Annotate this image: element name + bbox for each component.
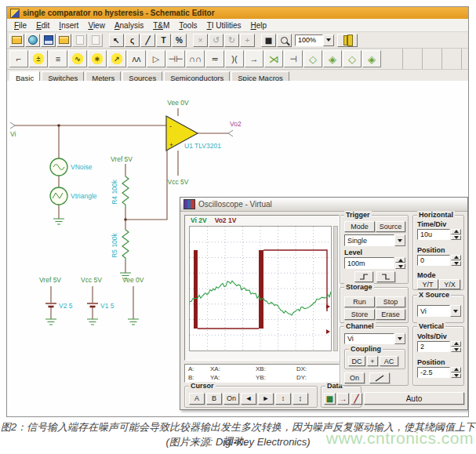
transistor-icon[interactable]: ⋊ bbox=[264, 50, 283, 67]
scope-scrollbar[interactable] bbox=[333, 226, 338, 351]
h-position-spinner[interactable]: 0 bbox=[417, 255, 461, 266]
ccvs-icon[interactable]: ◇ bbox=[343, 50, 362, 67]
current-source-icon[interactable]: ∗ bbox=[88, 50, 107, 67]
output-pin[interactable] bbox=[228, 130, 233, 136]
cursor-button-a[interactable]: A bbox=[189, 393, 205, 405]
battery-v1[interactable] bbox=[87, 303, 98, 307]
cursor-button-[interactable]: ↨ bbox=[293, 393, 308, 405]
vcvs-icon[interactable]: ◇ bbox=[303, 50, 322, 67]
yx-mode-button[interactable]: Y/X bbox=[439, 279, 460, 289]
rotate-left-icon[interactable]: ↺ bbox=[209, 34, 223, 47]
export-data-icon[interactable]: ▦ bbox=[324, 393, 336, 405]
potentiometer-icon[interactable]: ≂ bbox=[205, 50, 224, 67]
spin-down-icon[interactable] bbox=[395, 263, 405, 269]
input-pin[interactable] bbox=[10, 122, 15, 129]
slope-button[interactable] bbox=[369, 372, 390, 383]
trigger-mode-select[interactable]: Single bbox=[344, 234, 405, 246]
cursor-button-b[interactable]: B bbox=[206, 393, 222, 405]
coupling-gnd-button[interactable]: + bbox=[367, 356, 378, 366]
spin-down-icon[interactable] bbox=[451, 261, 461, 267]
grid-toggle-icon[interactable]: ▦ bbox=[261, 34, 276, 47]
oscilloscope-titlebar[interactable]: Oscilloscope - Virtual bbox=[180, 198, 467, 212]
stop-button[interactable]: Stop bbox=[376, 296, 405, 307]
zoom-level-select[interactable]: 100% bbox=[295, 35, 334, 46]
spin-down-icon[interactable] bbox=[451, 347, 461, 353]
menu-ti-utilities[interactable]: TI Utilities bbox=[202, 20, 246, 31]
voltage-source-icon[interactable]: ± bbox=[29, 50, 48, 67]
channel-select[interactable]: Vi bbox=[344, 333, 405, 344]
falling-edge-button[interactable] bbox=[376, 271, 395, 282]
trigger-mode-button[interactable]: Mode bbox=[344, 221, 375, 232]
run-button[interactable]: Run bbox=[344, 296, 375, 307]
battery-icon[interactable]: ≡ bbox=[49, 50, 67, 67]
io-connector-icon[interactable] bbox=[337, 34, 358, 47]
relay-icon[interactable]: → bbox=[245, 50, 263, 67]
diode-icon[interactable]: ▷ bbox=[147, 50, 165, 67]
v-position-spinner[interactable]: -2.5 bbox=[417, 367, 461, 378]
open-file-icon[interactable] bbox=[9, 34, 24, 47]
menu-insert[interactable]: Insert bbox=[54, 20, 83, 31]
cursor-button-[interactable]: ↕ bbox=[275, 393, 291, 405]
spin-up-icon[interactable] bbox=[395, 257, 405, 263]
select-cursor-icon[interactable]: ↖ bbox=[109, 34, 124, 47]
coupling-dc-button[interactable]: DC bbox=[348, 356, 365, 366]
coupling-ac-button[interactable]: AC bbox=[380, 356, 398, 366]
open-folder-icon[interactable] bbox=[56, 34, 71, 47]
spin-down-icon[interactable] bbox=[451, 235, 461, 241]
zoom-icon[interactable] bbox=[277, 34, 292, 47]
spin-up-icon[interactable] bbox=[451, 367, 461, 372]
delete-icon[interactable]: × bbox=[193, 34, 208, 47]
switch-icon[interactable]: ⊣ bbox=[284, 50, 303, 67]
rising-edge-button[interactable] bbox=[354, 271, 373, 282]
trigger-level-spinner[interactable]: 100m bbox=[344, 257, 405, 269]
transformer-icon[interactable]: )( bbox=[225, 50, 244, 67]
symbol-tool-icon[interactable]: % bbox=[172, 34, 187, 47]
xsource-select[interactable]: Vi bbox=[417, 305, 461, 317]
move-icon[interactable]: + bbox=[240, 34, 255, 47]
battery-v2[interactable] bbox=[45, 303, 56, 307]
vtriangle-source[interactable] bbox=[50, 187, 67, 205]
channel-on-button[interactable]: On bbox=[344, 372, 365, 383]
menu-view[interactable]: View bbox=[83, 20, 110, 31]
rotate-right-icon[interactable]: ↻ bbox=[224, 34, 239, 47]
text-tool-icon[interactable]: T bbox=[156, 34, 171, 47]
wire-tool-icon[interactable]: ς bbox=[125, 34, 140, 47]
auto-button[interactable]: Auto bbox=[364, 392, 464, 405]
yt-mode-button[interactable]: Y/T bbox=[417, 279, 438, 289]
cursor-button-[interactable]: ► bbox=[258, 393, 274, 405]
resistor-r5[interactable] bbox=[122, 230, 129, 261]
zoom-dropdown-arrow-icon[interactable] bbox=[323, 35, 334, 46]
vccs-icon[interactable]: ◈ bbox=[323, 50, 342, 67]
spin-up-icon[interactable] bbox=[451, 255, 461, 260]
erase-button[interactable]: Erase bbox=[376, 309, 405, 320]
store-button[interactable]: Store bbox=[344, 309, 375, 320]
menu-tools[interactable]: Tools bbox=[174, 20, 202, 31]
copy-icon[interactable] bbox=[72, 34, 87, 47]
spin-up-icon[interactable] bbox=[451, 229, 461, 234]
capacitor-icon[interactable]: ⊣⊢ bbox=[166, 50, 185, 67]
edit-data-icon[interactable]: ╱ bbox=[351, 393, 362, 405]
cursor-button-[interactable]: ◄ bbox=[241, 393, 256, 405]
menu-edit[interactable]: Edit bbox=[31, 20, 54, 31]
copy-data-icon[interactable]: → bbox=[337, 393, 349, 405]
menu-help[interactable]: Help bbox=[246, 20, 272, 31]
resistor-icon[interactable]: ʌʌ bbox=[127, 50, 146, 67]
timediv-spinner[interactable]: 10u bbox=[417, 229, 461, 240]
menu-file[interactable]: File bbox=[9, 20, 31, 31]
trigger-source-button[interactable]: Source bbox=[376, 221, 405, 232]
current-generator-icon[interactable]: ↗ bbox=[107, 50, 126, 67]
web-import-icon[interactable] bbox=[25, 34, 40, 47]
spin-down-icon[interactable] bbox=[451, 373, 461, 379]
voltage-generator-icon[interactable]: ∿ bbox=[68, 50, 87, 67]
dropdown-arrow-icon[interactable] bbox=[394, 333, 405, 344]
dropdown-arrow-icon[interactable] bbox=[394, 234, 405, 246]
menu-t-m[interactable]: T&M bbox=[148, 20, 174, 31]
voltsdiv-spinner[interactable]: 2 bbox=[417, 341, 461, 352]
cursor-button-on[interactable]: On bbox=[223, 393, 239, 405]
dropdown-arrow-icon[interactable] bbox=[450, 305, 461, 317]
pen-tool-icon[interactable]: ╱ bbox=[140, 34, 155, 47]
schematic-canvas-area[interactable]: - + Vi VNoise Vtriangle Vref 5V R4 100k … bbox=[7, 81, 468, 416]
print-icon[interactable] bbox=[88, 34, 103, 47]
cccs-icon[interactable]: ◈ bbox=[362, 50, 381, 67]
app-titlebar[interactable]: single comparator no hysteresis - Schema… bbox=[7, 7, 468, 19]
